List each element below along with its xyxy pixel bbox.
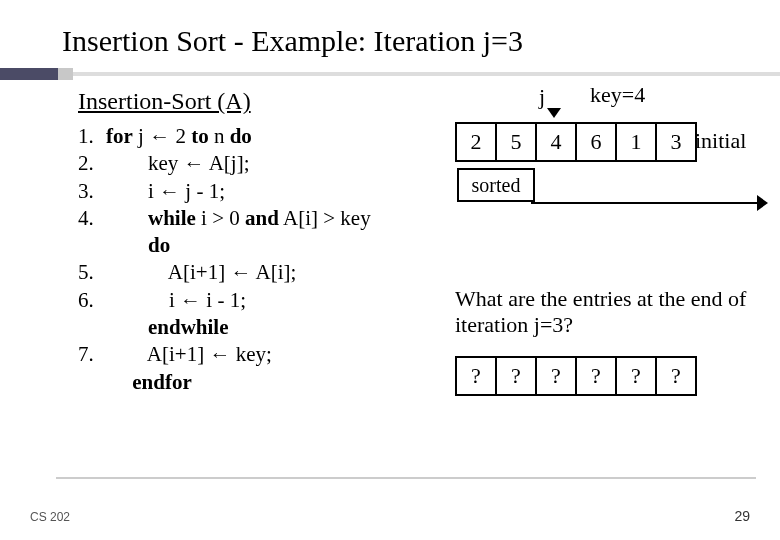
kw-while: while [148,206,196,230]
array-cell: ? [496,357,536,395]
kw-do: do [148,233,170,257]
course-code: CS 202 [30,510,70,524]
question-text: What are the entries at the end of itera… [455,286,750,339]
kw-endfor: endfor [132,370,192,394]
code-text: j ← 2 [133,124,191,148]
slide-title: Insertion Sort - Example: Iteration j=3 [0,0,780,72]
right-arrow-icon [757,195,768,211]
line-number: 4. [78,205,106,232]
line-number: 2. [78,150,106,177]
footer-divider [56,477,756,479]
array-cell: 4 [536,123,576,161]
code-text: i ← j - 1; [148,179,225,203]
code-text: i ← i - 1; [169,288,246,312]
kw-and: and [245,206,279,230]
code-text: i > 0 [196,206,245,230]
j-pointer-label: j [539,84,545,110]
array-cell: 1 [616,123,656,161]
array-cell: ? [656,357,696,395]
line-number: 7. [78,341,106,368]
sorted-extent-line [531,202,759,204]
line-number: 5. [78,259,106,286]
initial-label: initial [695,128,746,154]
code-text: A[i+1] ← key; [147,342,272,366]
array-cell: ? [456,357,496,395]
array-cell: ? [616,357,656,395]
key-label: key=4 [590,82,645,108]
array-cell: ? [536,357,576,395]
code-text: n [209,124,230,148]
code-text: key ← A[j]; [148,151,249,175]
sorted-label-box: sorted [457,168,535,202]
array-cell: 2 [456,123,496,161]
page-number: 29 [734,508,750,524]
slide-body: Insertion-Sort (A) 1.for j ← 2 to n do 2… [0,76,780,468]
array-cell: 5 [496,123,536,161]
array-cell: 6 [576,123,616,161]
kw-for: for [106,124,133,148]
code-text: A[i+1] ← A[i]; [168,260,297,284]
line-number: 3. [78,178,106,205]
array-initial: 2 5 4 6 1 3 [455,122,697,162]
array-cell: 3 [656,123,696,161]
algorithm-title: Insertion-Sort (A) [78,88,780,115]
line-number: 6. [78,287,106,314]
array-result: ? ? ? ? ? ? [455,356,697,396]
kw-to: to [191,124,209,148]
line-number: 1. [78,123,106,150]
array-cell: ? [576,357,616,395]
kw-endwhile: endwhile [148,315,229,339]
code-text: A[i] > key [279,206,371,230]
kw-do: do [230,124,252,148]
down-arrow-icon [547,108,561,118]
